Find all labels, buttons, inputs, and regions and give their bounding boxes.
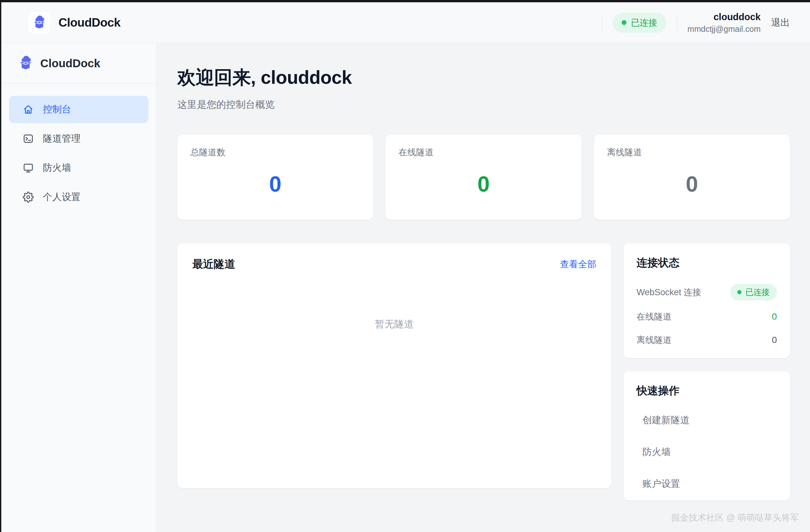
user-email: mmdctjj@gmail.com <box>687 24 761 34</box>
status-row-offline: 离线隧道 0 <box>636 333 777 347</box>
quick-actions-card: 快速操作 创建新隧道 防火墙 账户设置 <box>623 371 790 500</box>
stat-card-offline-tunnels: 离线隧道 0 <box>594 135 790 220</box>
status-dot-icon <box>737 290 742 294</box>
main-content: 欢迎回来, clouddock 这里是您的控制台概览 总隧道数 0 在线隧道 0… <box>157 43 810 532</box>
stat-card-total-tunnels: 总隧道数 0 <box>177 135 373 220</box>
view-all-link[interactable]: 查看全部 <box>560 258 596 271</box>
status-row-label: 离线隧道 <box>636 334 671 346</box>
sidebar-item-firewall[interactable]: 防火墙 <box>9 154 148 181</box>
header-brand: CloudDock <box>29 12 120 33</box>
stats-row: 总隧道数 0 在线隧道 0 离线隧道 0 <box>177 135 790 220</box>
status-row-online: 在线隧道 0 <box>636 309 777 324</box>
stat-card-online-tunnels: 在线隧道 0 <box>386 135 581 220</box>
app-window: CloudDock 已连接 clouddock mmdctjj@gmail.co… <box>0 0 810 532</box>
page-title: 欢迎回来, clouddock <box>177 65 790 90</box>
connection-status-title: 连接状态 <box>636 256 777 270</box>
websocket-status-badge-label: 已连接 <box>745 287 770 297</box>
gear-icon <box>23 192 34 203</box>
websocket-status-badge: 已连接 <box>730 284 777 301</box>
sidebar-brand: CloudDock <box>1 43 156 83</box>
user-info: clouddock mmdctjj@gmail.com <box>687 11 761 34</box>
clouddock-logo-icon <box>18 56 33 71</box>
status-row-label: 在线隧道 <box>636 311 671 323</box>
header-brand-name: CloudDock <box>59 16 120 30</box>
stat-label: 在线隧道 <box>399 146 568 158</box>
status-row-value: 0 <box>772 311 777 322</box>
sidebar-nav: 控制台 隧道管理 防火墙 个人设置 <box>1 83 156 225</box>
monitor-icon <box>23 162 34 174</box>
connection-status-badge-label: 已连接 <box>631 17 657 29</box>
stat-value: 0 <box>399 171 568 196</box>
sidebar: CloudDock 控制台 隧道管理 防火墙 个人设置 <box>1 43 157 532</box>
connection-status-badge: 已连接 <box>613 13 666 33</box>
recent-tunnels-card: 最近隧道 查看全部 暂无隧道 <box>177 243 611 488</box>
header-divider <box>677 15 677 31</box>
bottom-row: 最近隧道 查看全部 暂无隧道 连接状态 WebSocket 连接 已连接 <box>177 243 790 500</box>
sidebar-item-label: 防火墙 <box>43 161 71 174</box>
sidebar-item-dashboard[interactable]: 控制台 <box>9 96 148 123</box>
quick-action-create-tunnel[interactable]: 创建新隧道 <box>636 414 777 427</box>
quick-action-account-settings[interactable]: 账户设置 <box>636 478 777 490</box>
watermark-text: 掘金技术社区 @ 萌萌哒草头将军 <box>671 512 799 523</box>
top-header: CloudDock 已连接 clouddock mmdctjj@gmail.co… <box>1 2 810 43</box>
sidebar-item-tunnels[interactable]: 隧道管理 <box>9 125 148 152</box>
page-subtitle: 这里是您的控制台概览 <box>177 98 790 111</box>
clouddock-logo-icon <box>29 12 50 33</box>
sidebar-item-label: 隧道管理 <box>43 132 81 145</box>
sidebar-brand-name: CloudDock <box>40 57 100 70</box>
recent-tunnels-title: 最近隧道 <box>192 257 235 272</box>
right-column: 连接状态 WebSocket 连接 已连接 在线隧道 0 <box>623 243 790 500</box>
status-row-value: 0 <box>772 335 777 345</box>
header-divider <box>602 15 602 31</box>
user-name: clouddock <box>687 11 761 23</box>
status-dot-icon <box>622 20 627 25</box>
sidebar-item-settings[interactable]: 个人设置 <box>9 183 148 211</box>
status-row-label: WebSocket 连接 <box>636 287 701 298</box>
stat-label: 离线隧道 <box>607 146 777 158</box>
stat-label: 总隧道数 <box>190 146 360 158</box>
home-icon <box>23 104 34 115</box>
sidebar-item-label: 控制台 <box>43 103 71 116</box>
stat-value: 0 <box>607 171 777 196</box>
status-row-websocket: WebSocket 连接 已连接 <box>636 284 777 301</box>
header-right-group: 已连接 clouddock mmdctjj@gmail.com 退出 <box>602 11 790 34</box>
stat-value: 0 <box>190 171 360 196</box>
quick-action-firewall[interactable]: 防火墙 <box>636 446 777 458</box>
terminal-icon <box>23 133 34 144</box>
sidebar-item-label: 个人设置 <box>43 191 81 204</box>
quick-actions-title: 快速操作 <box>636 384 777 398</box>
connection-status-card: 连接状态 WebSocket 连接 已连接 在线隧道 0 <box>623 243 790 358</box>
logout-button[interactable]: 退出 <box>771 16 790 29</box>
empty-state-text: 暂无隧道 <box>192 318 596 331</box>
